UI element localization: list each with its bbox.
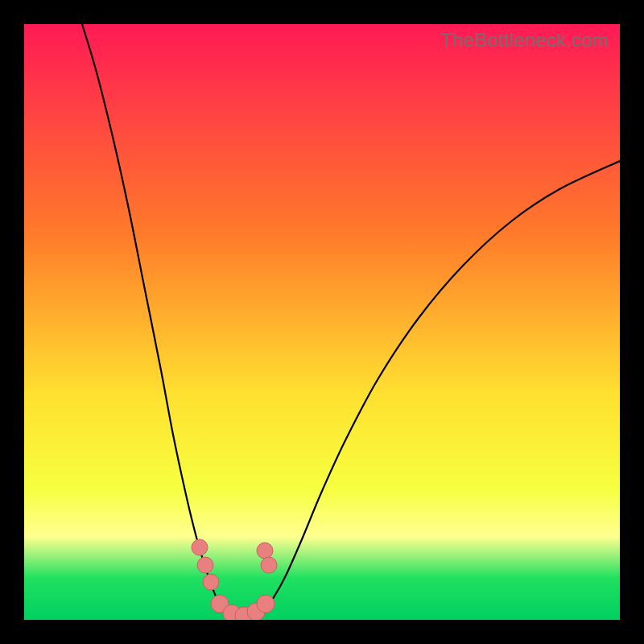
chart-frame: TheBottleneck.com xyxy=(24,24,620,620)
svg-rect-0 xyxy=(24,24,620,620)
watermark-text: TheBottleneck.com xyxy=(440,29,609,52)
gradient-background xyxy=(24,24,620,620)
